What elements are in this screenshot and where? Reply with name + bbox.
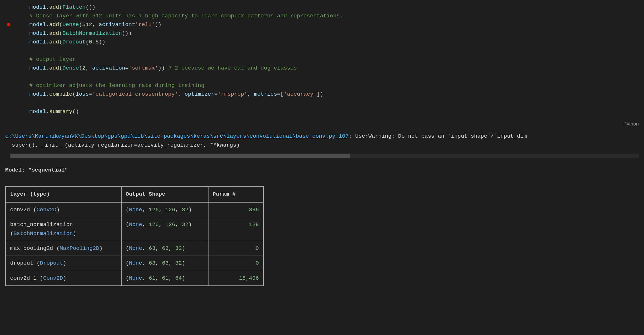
code-line[interactable]: model.summary() [16,107,644,116]
code-line[interactable] [16,99,644,107]
cell-layer: conv2d_1 (Conv2D) [6,271,122,286]
table-header-row: Layer (type) Output Shape Param # [6,187,264,202]
code-editor[interactable]: model.add(Flatten()) # Dense layer with … [0,0,644,119]
output-panel: c:\Users\KarthikeyanVK\Desktop\gpu\gpu\L… [0,129,644,152]
summary-table: Layer (type) Output Shape Param # conv2d… [5,186,264,286]
cell-shape: (None, 126, 126, 32) [122,202,208,217]
table-row: batch_normalization(BatchNormalization)(… [6,217,264,241]
code-line[interactable]: model.add(BatchNormalization()) [16,29,644,38]
cell-param: 0 [208,256,264,271]
header-param: Param # [208,187,264,202]
code-line[interactable]: # optimizer adjusts the learning rate du… [16,81,644,90]
code-line[interactable] [16,72,644,81]
cell-shape: (None, 61, 61, 64) [122,271,208,286]
cell-param: 896 [208,202,264,217]
table-row: conv2d_1 (Conv2D)(None, 61, 61, 64)18,49… [6,271,264,286]
code-line[interactable]: model.add(Dense(512, activation='relu')) [16,20,644,29]
cell-shape: (None, 63, 63, 32) [122,241,208,256]
code-line[interactable]: # Dense layer with 512 units has a high … [16,12,644,20]
breakpoint-gutter[interactable] [0,0,13,119]
warning-file-link[interactable]: c:\Users\KarthikeyanVK\Desktop\gpu\gpu\L… [5,133,349,139]
code-line[interactable]: # output layer [16,55,644,64]
table-row: conv2d (Conv2D)(None, 126, 126, 32)896 [6,202,264,217]
cell-shape: (None, 126, 126, 32) [122,217,208,241]
cell-layer: dropout (Dropout) [6,256,122,271]
code-line[interactable]: model.add(Dropout(0.5)) [16,38,644,46]
language-badge[interactable]: Python [0,119,644,129]
table-row: dropout (Dropout)(None, 63, 63, 32)0 [6,256,264,271]
cell-layer: batch_normalization(BatchNormalization) [6,217,122,241]
cell-layer: conv2d (Conv2D) [6,202,122,217]
warning-line-1: c:\Users\KarthikeyanVK\Desktop\gpu\gpu\L… [5,132,639,141]
cell-param: 128 [208,217,264,241]
code-area[interactable]: model.add(Flatten()) # Dense layer with … [0,3,644,116]
scrollbar-thumb[interactable] [10,154,350,158]
code-line[interactable]: model.compile(loss='categorical_crossent… [16,90,644,99]
cell-layer: max_pooling2d (MaxPooling2D) [6,241,122,256]
warning-text: : UserWarning: Do not pass an `input_sha… [349,133,527,139]
cell-param: 18,496 [208,271,264,286]
header-layer: Layer (type) [6,187,122,202]
model-title: Model: "sequential" [5,166,639,174]
breakpoint-icon[interactable] [7,23,10,26]
code-line[interactable] [16,46,644,55]
table-row: max_pooling2d (MaxPooling2D)(None, 63, 6… [6,241,264,256]
header-shape: Output Shape [122,187,208,202]
cell-param: 0 [208,241,264,256]
horizontal-scrollbar[interactable] [0,152,644,159]
warning-line-2: super().__init__(activity_regularizer=ac… [5,141,639,150]
code-line[interactable]: model.add(Dense(2, activation='softmax')… [16,64,644,72]
code-line[interactable]: model.add(Flatten()) [16,3,644,12]
model-summary: Model: "sequential" Layer (type) Output … [0,159,644,293]
cell-shape: (None, 63, 63, 32) [122,256,208,271]
